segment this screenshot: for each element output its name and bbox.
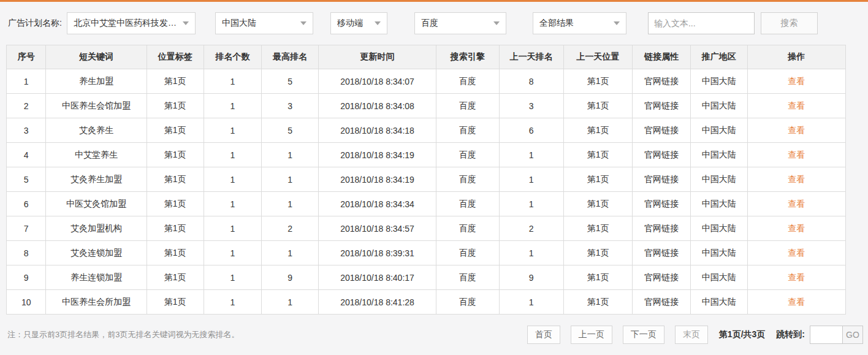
view-link[interactable]: 查看 [788, 272, 805, 282]
table-cell: 2018/10/18 8:40:17 [319, 265, 436, 290]
table-cell: 1 [204, 290, 261, 315]
table-cell: 9 [7, 265, 46, 290]
view-link[interactable]: 查看 [788, 76, 805, 86]
table-cell: 百度 [436, 290, 499, 315]
table-cell: 中国大陆 [690, 167, 747, 192]
table-row: 8艾灸连锁加盟第1页112018/10/18 8:39:31百度1第1页官网链接… [7, 241, 846, 265]
action-cell: 查看 [747, 192, 845, 216]
chevron-down-icon [183, 21, 189, 25]
jump-page-input[interactable] [810, 326, 843, 344]
footnote: 注：只显示前3页排名结果，前3页无排名关键词视为无搜索排名。 [7, 329, 239, 340]
table-cell: 2018/10/18 8:34:08 [319, 94, 436, 118]
action-cell: 查看 [747, 69, 845, 94]
column-header: 序号 [7, 45, 46, 69]
go-button[interactable]: GO [842, 326, 863, 344]
view-link[interactable]: 查看 [788, 223, 805, 233]
search-button[interactable]: 搜索 [761, 12, 818, 34]
view-link[interactable]: 查看 [788, 199, 805, 208]
table-cell: 8 [7, 241, 46, 265]
view-link[interactable]: 查看 [788, 125, 805, 135]
view-link[interactable]: 查看 [788, 248, 805, 258]
table-cell: 艾灸加盟机构 [46, 216, 147, 241]
column-header: 排名个数 [204, 45, 261, 69]
table-cell: 2018/10/18 8:34:34 [319, 192, 436, 216]
table-cell: 3 [499, 94, 563, 118]
table-cell: 第1页 [147, 241, 204, 265]
column-header: 推广地区 [690, 45, 747, 69]
table-cell: 2 [499, 216, 563, 241]
table-cell: 9 [499, 265, 563, 290]
keyword-search-input[interactable] [648, 12, 755, 34]
table-cell: 中医艾灸馆加盟 [46, 192, 147, 216]
table-cell: 1 [499, 167, 563, 192]
last-page-button[interactable]: 末页 [675, 326, 708, 344]
engine-select[interactable]: 百度 [414, 12, 506, 34]
table-cell: 百度 [436, 94, 499, 118]
table-cell: 第1页 [147, 265, 204, 290]
campaign-select[interactable]: 北京中艾堂中医药科技发展有... [67, 12, 196, 34]
table-cell: 5 [262, 69, 319, 94]
table-cell: 官网链接 [633, 192, 690, 216]
view-link[interactable]: 查看 [788, 297, 805, 307]
table-cell: 百度 [436, 216, 499, 241]
view-link[interactable]: 查看 [788, 174, 805, 184]
column-header: 短关键词 [46, 45, 147, 69]
view-link[interactable]: 查看 [788, 101, 805, 110]
table-cell: 百度 [436, 241, 499, 265]
filter-toolbar: 广告计划名称: 北京中艾堂中医药科技发展有... 中国大陆 移动端 百度 全部结… [0, 12, 868, 34]
view-link[interactable]: 查看 [788, 150, 805, 159]
table-cell: 第1页 [147, 192, 204, 216]
region-select[interactable]: 中国大陆 [215, 12, 313, 34]
table-cell: 1 [499, 192, 563, 216]
result-type-select-value: 全部结果 [539, 18, 574, 29]
table-cell: 中国大陆 [690, 290, 747, 315]
table-cell: 百度 [436, 192, 499, 216]
table-cell: 第1页 [147, 94, 204, 118]
table-cell: 艾灸连锁加盟 [46, 241, 147, 265]
table-cell: 3 [262, 94, 319, 118]
table-cell: 第1页 [563, 118, 632, 143]
chevron-down-icon [493, 21, 500, 25]
table-cell: 2018/10/18 8:34:57 [319, 216, 436, 241]
table-cell: 2 [262, 216, 319, 241]
table-cell: 3 [7, 118, 46, 143]
table-cell: 中国大陆 [690, 118, 747, 143]
table-cell: 中国大陆 [690, 265, 747, 290]
table-cell: 官网链接 [633, 216, 690, 241]
table-cell: 艾灸养生 [46, 118, 147, 143]
campaign-name-label: 广告计划名称: [8, 18, 62, 29]
column-header: 链接属性 [633, 45, 690, 69]
table-cell: 1 [204, 216, 261, 241]
table-cell: 官网链接 [633, 290, 690, 315]
table-cell: 1 [204, 94, 261, 118]
table-cell: 第1页 [563, 69, 632, 94]
column-header: 最高排名 [262, 45, 319, 69]
result-type-select[interactable]: 全部结果 [533, 12, 626, 34]
table-cell: 4 [7, 143, 46, 167]
table-cell: 官网链接 [633, 69, 690, 94]
device-select[interactable]: 移动端 [330, 12, 387, 34]
table-cell: 第1页 [147, 143, 204, 167]
column-header: 更新时间 [319, 45, 436, 69]
table-cell: 中医养生会所加盟 [46, 290, 147, 315]
pagination: 首页 上一页 下一页 末页 第1页/共3页 跳转到: GO [517, 326, 863, 344]
table-cell: 1 [7, 69, 46, 94]
chevron-down-icon [300, 21, 306, 25]
first-page-button[interactable]: 首页 [527, 326, 560, 344]
table-cell: 中国大陆 [690, 143, 747, 167]
table-cell: 1 [262, 241, 319, 265]
prev-page-button[interactable]: 上一页 [571, 326, 612, 344]
table-row: 6中医艾灸馆加盟第1页112018/10/18 8:34:34百度1第1页官网链… [7, 192, 846, 216]
keyword-ranking-table: 序号短关键词位置标签排名个数最高排名更新时间搜索引擎上一天排名上一天位置链接属性… [6, 45, 846, 315]
table-cell: 百度 [436, 118, 499, 143]
table-cell: 1 [262, 192, 319, 216]
table-cell: 中国大陆 [690, 241, 747, 265]
table-cell: 中国大陆 [690, 69, 747, 94]
table-cell: 官网链接 [633, 265, 690, 290]
next-page-button[interactable]: 下一页 [623, 326, 664, 344]
table-cell: 第1页 [563, 143, 632, 167]
table-cell: 1 [204, 118, 261, 143]
table-cell: 第1页 [563, 192, 632, 216]
table-cell: 第1页 [147, 216, 204, 241]
engine-select-value: 百度 [421, 18, 438, 29]
